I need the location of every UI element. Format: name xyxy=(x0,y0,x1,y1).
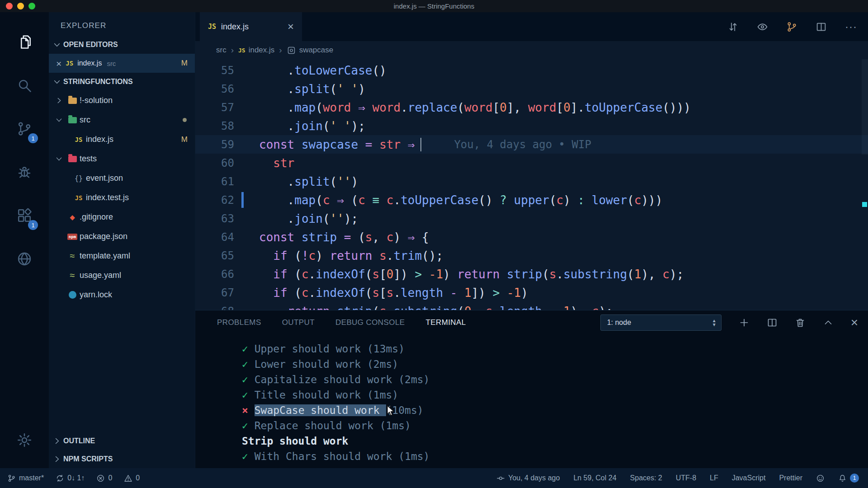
pass-check-icon: ✓ xyxy=(242,389,255,401)
code-line[interactable]: 68 return strip(s.substring(0, s.length … xyxy=(195,302,868,310)
tree-item-package-json[interactable]: npmpackage.json xyxy=(49,227,195,246)
maximize-panel-icon[interactable] xyxy=(823,317,834,328)
status-encoding[interactable]: UTF-8 xyxy=(676,474,696,482)
code-line[interactable]: 67 if (c.indexOf(s[s.length - 1]) > -1) xyxy=(195,283,868,302)
tab-label: index.js xyxy=(221,22,249,32)
gutter xyxy=(234,209,259,228)
code-line[interactable]: 64const strip = (s, c) ⇒ { xyxy=(195,228,868,246)
terminal-line[interactable]: × SwapCase should work (10ms) xyxy=(242,403,868,418)
tree-item-template-yaml[interactable]: ≈template.yaml xyxy=(49,246,195,266)
code-line[interactable]: 56 .split(' ') xyxy=(195,80,868,98)
open-editors-header[interactable]: OPEN EDITORS xyxy=(49,36,195,54)
terminal-line[interactable]: Strip should work xyxy=(242,433,868,449)
status-warnings[interactable]: 0 xyxy=(124,474,140,483)
code-line[interactable]: 58 .join(' '); xyxy=(195,117,868,135)
terminal-line[interactable]: ✓ Title should work (1ms) xyxy=(242,387,868,403)
tree-item-yarn-lock[interactable]: yarn.lock xyxy=(49,285,195,305)
gitlens-icon[interactable] xyxy=(786,21,797,33)
status-right: You, 4 days agoLn 59, Col 24Spaces: 2UTF… xyxy=(483,474,859,483)
open-editor-item[interactable]: ×JSindex.jssrcM xyxy=(49,54,195,73)
status-blame[interactable]: You, 4 days ago xyxy=(496,474,560,483)
breadcrumb-item-index-js[interactable]: JSindex.js xyxy=(238,46,274,55)
terminal-picker[interactable]: 1: node ▲▼ xyxy=(600,314,722,331)
zoom-window-button[interactable] xyxy=(28,3,35,9)
code-editor[interactable]: 55 .toLowerCase()56 .split(' ')57 .map(w… xyxy=(195,59,868,310)
close-panel-icon[interactable]: × xyxy=(851,316,858,329)
status-feedback[interactable] xyxy=(816,474,825,483)
activity-run-and-debug[interactable] xyxy=(0,150,49,194)
panel-tab-debug-console[interactable]: DEBUG CONSOLE xyxy=(335,318,405,327)
breadcrumb-item-src[interactable]: src xyxy=(216,46,226,55)
tree-item-usage-yaml[interactable]: ≈usage.yaml xyxy=(49,266,195,285)
status-errors[interactable]: 0 xyxy=(96,474,112,483)
code-line[interactable]: 65 if (!c) return s.trim(); xyxy=(195,246,868,265)
activity-search[interactable] xyxy=(0,64,49,107)
code-line[interactable]: 63 .join(''); xyxy=(195,209,868,228)
tree-item--solution[interactable]: !-solution xyxy=(49,91,195,110)
project-section-header[interactable]: STRINGFUNCTIONS xyxy=(49,73,195,91)
overview-ruler[interactable] xyxy=(862,59,868,310)
status-cursor-position[interactable]: Ln 59, Col 24 xyxy=(573,474,616,482)
yaml-file-icon: ≈ xyxy=(70,251,75,261)
terminal-line[interactable]: ✓ Lower should work (2ms) xyxy=(242,357,868,372)
tree-item-event-json[interactable]: {}event.json xyxy=(49,169,195,188)
kill-terminal-icon[interactable] xyxy=(795,317,806,328)
terminal-line[interactable]: ✓ With Chars should work (1ms) xyxy=(242,449,868,464)
code-line[interactable]: 66 if (c.indexOf(s[0]) > -1) return stri… xyxy=(195,265,868,283)
tree-item-index-test-js[interactable]: JSindex.test.js xyxy=(49,188,195,207)
status-eol[interactable]: LF xyxy=(710,474,718,482)
status-notifications[interactable]: 1 xyxy=(838,474,859,483)
tree-item-index-js[interactable]: JSindex.jsM xyxy=(49,130,195,149)
panel-tab-output[interactable]: OUTPUT xyxy=(282,318,315,327)
new-terminal-icon[interactable] xyxy=(739,317,750,328)
status-git-branch[interactable]: master* xyxy=(7,474,44,483)
tree-item-label: template.yaml xyxy=(80,251,130,261)
section-npm-scripts[interactable]: NPM SCRIPTS xyxy=(49,450,195,468)
status-text: You, 4 days ago xyxy=(508,474,560,482)
terminal-line[interactable]: ✓ Capitalize should work (2ms) xyxy=(242,372,868,387)
activity-settings[interactable] xyxy=(0,418,49,462)
terminal-line[interactable]: ✓ Upper should work (13ms) xyxy=(242,341,868,357)
status-text: 0 xyxy=(136,474,140,482)
code-line[interactable]: 62 .map(c ⇒ (c ≡ c.toUpperCase() ? upper… xyxy=(195,191,868,209)
toggle-blame-icon[interactable] xyxy=(757,21,768,33)
close-window-button[interactable] xyxy=(6,3,13,9)
close-editor-icon[interactable]: × xyxy=(56,59,61,68)
breadcrumb-label: swapcase xyxy=(299,46,334,55)
minimize-window-button[interactable] xyxy=(17,3,24,9)
gutter xyxy=(234,61,259,80)
tree-item--gitignore[interactable]: ◆.gitignore xyxy=(49,207,195,227)
activity-explorer[interactable] xyxy=(0,20,49,64)
status-sync[interactable]: 0↓ 1↑ xyxy=(56,474,85,483)
status-formatter[interactable]: Prettier xyxy=(779,474,802,482)
status-indentation[interactable]: Spaces: 2 xyxy=(630,474,662,482)
split-terminal-icon[interactable] xyxy=(767,317,778,328)
status-text: master* xyxy=(19,474,44,482)
section-outline[interactable]: OUTLINE xyxy=(49,432,195,450)
split-editor-icon[interactable] xyxy=(816,21,827,33)
activity-extensions[interactable]: 1 xyxy=(0,194,49,237)
code-line[interactable]: 61 .split('') xyxy=(195,172,868,191)
tree-item-label: yarn.lock xyxy=(80,290,112,300)
breadcrumb-item-swapcase[interactable]: swapcase xyxy=(287,46,334,55)
code-line[interactable]: 57 .map(word ⇒ word.replace(word[0], wor… xyxy=(195,98,868,117)
open-editors-section: OPEN EDITORS×JSindex.jssrcM xyxy=(49,36,195,73)
activity-source-control[interactable]: 1 xyxy=(0,107,49,150)
scrollbar-slider[interactable] xyxy=(862,59,868,155)
tab-close-icon[interactable]: × xyxy=(288,21,294,32)
compare-changes-icon[interactable] xyxy=(727,21,739,33)
panel-tab-problems[interactable]: PROBLEMS xyxy=(217,318,261,327)
tree-item-tests[interactable]: tests xyxy=(49,149,195,169)
code-line[interactable]: 55 .toLowerCase() xyxy=(195,61,868,80)
terminal-line[interactable]: ✓ Replace should work (1ms) xyxy=(242,418,868,433)
tree-item-src[interactable]: src xyxy=(49,110,195,130)
panel-tab-terminal[interactable]: TERMINAL xyxy=(425,318,466,327)
terminal-output[interactable]: ✓ Upper should work (13ms)✓ Lower should… xyxy=(195,335,868,468)
status-language-mode[interactable]: JavaScript xyxy=(732,474,766,482)
code-line[interactable]: 59const swapcase = str ⇒You, 4 days ago … xyxy=(195,135,868,154)
more-actions-icon[interactable]: ··· xyxy=(845,21,857,32)
activity-browser-preview[interactable] xyxy=(0,237,49,281)
tab-index-js[interactable]: JS index.js × xyxy=(200,12,302,41)
code-line[interactable]: 60 str xyxy=(195,154,868,172)
status-text: Ln 59, Col 24 xyxy=(573,474,616,482)
